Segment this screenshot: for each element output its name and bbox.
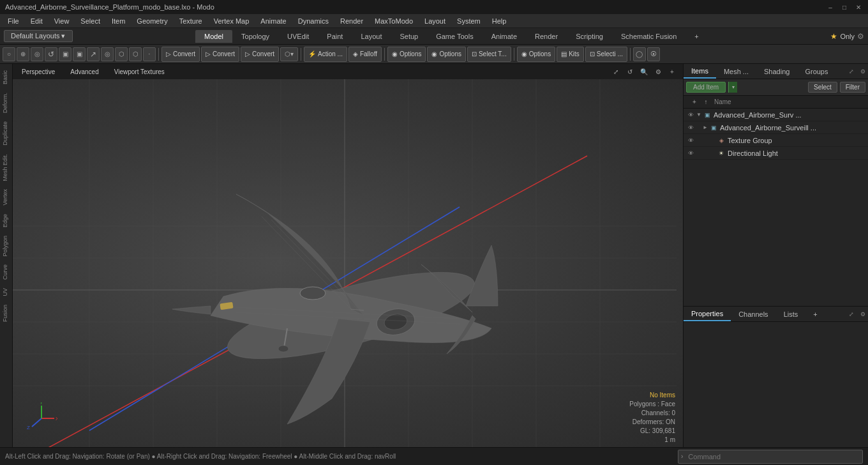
col-icon-plus[interactable]: + bbox=[689, 96, 700, 108]
prop-tab-lists[interactable]: Lists bbox=[776, 308, 806, 321]
sidebar-tab-fusion[interactable]: Fusion bbox=[1, 301, 12, 326]
items-list[interactable]: 👁 ▼ ▣ Advanced_Airborne_Surv ... 👁 ► ▣ A… bbox=[684, 109, 868, 306]
eye-icon-1[interactable]: 👁 bbox=[686, 123, 695, 132]
filter-button[interactable]: Filter bbox=[840, 82, 865, 93]
menu-render[interactable]: Render bbox=[335, 16, 368, 26]
item-row-1[interactable]: 👁 ► ▣ Advanced_Airborne_Surveill ... bbox=[684, 121, 868, 134]
tab-paint[interactable]: Paint bbox=[318, 30, 352, 43]
tab-mesh[interactable]: Mesh ... bbox=[716, 65, 756, 78]
vp-icon-plus[interactable]: + bbox=[666, 66, 678, 77]
tab-scripting[interactable]: Scripting bbox=[567, 30, 612, 43]
menu-system[interactable]: System bbox=[452, 16, 486, 26]
tab-topology[interactable]: Topology bbox=[232, 30, 278, 43]
action-btn[interactable]: ⚡ Action ... bbox=[304, 47, 347, 62]
prop-tab-properties[interactable]: Properties bbox=[684, 307, 731, 321]
tb-icon-hex1[interactable]: ⬡ bbox=[115, 47, 128, 61]
vp-icon-settings[interactable]: ⚙ bbox=[652, 66, 664, 77]
eye-icon-0[interactable]: 👁 bbox=[686, 111, 695, 119]
sidebar-tab-edge[interactable]: Edge bbox=[1, 210, 12, 231]
col-icon-arrow[interactable]: ↑ bbox=[700, 96, 712, 108]
tab-animate[interactable]: Animate bbox=[483, 30, 526, 43]
tb-icon-move[interactable]: ⬡▾ bbox=[280, 47, 298, 61]
settings-icon[interactable]: ⚙ bbox=[857, 32, 864, 41]
arrow-icon-1[interactable]: ► bbox=[703, 125, 709, 130]
command-input[interactable] bbox=[685, 453, 862, 461]
convert-btn-1[interactable]: ▷ Convert bbox=[161, 47, 200, 62]
falloff-btn[interactable]: ◈ Falloff bbox=[348, 47, 382, 62]
command-input-area[interactable]: › bbox=[678, 450, 863, 464]
menu-view[interactable]: View bbox=[49, 16, 75, 26]
tab-shading[interactable]: Shading bbox=[756, 65, 797, 78]
convert-btn-2[interactable]: ▷ Convert bbox=[201, 47, 239, 62]
tb-icon-hex2[interactable]: ⬡ bbox=[129, 47, 142, 61]
sidebar-tab-curve[interactable]: Curve bbox=[1, 261, 12, 284]
prop-icon-settings[interactable]: ⚙ bbox=[858, 309, 868, 319]
tb-icon-boxes1[interactable]: ▣ bbox=[59, 47, 71, 61]
eye-icon-2[interactable]: 👁 bbox=[686, 136, 695, 145]
menu-maxtomodo[interactable]: MaxToModo bbox=[370, 16, 418, 26]
vp-icon-refresh[interactable]: ↺ bbox=[624, 66, 636, 77]
options-btn-2[interactable]: ◉ Options bbox=[427, 47, 465, 62]
tab-game-tools[interactable]: Game Tools bbox=[427, 30, 483, 43]
menu-layout[interactable]: Layout bbox=[419, 16, 451, 26]
tab-render[interactable]: Render bbox=[526, 30, 567, 43]
menu-help[interactable]: Help bbox=[487, 16, 512, 26]
viewport-textures-btn[interactable]: Viewport Textures bbox=[110, 67, 168, 77]
prop-icon-expand[interactable]: ⤢ bbox=[846, 309, 857, 319]
panel-icon-settings[interactable]: ⚙ bbox=[858, 66, 868, 77]
advanced-btn[interactable]: Advanced bbox=[66, 67, 102, 77]
tb-icon-dot[interactable]: · bbox=[143, 47, 156, 61]
arrow-icon-0[interactable]: ▼ bbox=[696, 112, 703, 118]
tab-uvedit[interactable]: UVEdit bbox=[278, 30, 318, 43]
item-row-3[interactable]: 👁 ☀ Directional Light bbox=[684, 147, 868, 160]
item-row-0[interactable]: 👁 ▼ ▣ Advanced_Airborne_Surv ... bbox=[684, 109, 868, 121]
tb-icon-crosshair[interactable]: ⊕ bbox=[17, 47, 29, 61]
tab-setup[interactable]: Setup bbox=[391, 30, 427, 43]
prop-tab-add[interactable]: + bbox=[805, 308, 825, 321]
tab-schematic-fusion[interactable]: Schematic Fusion bbox=[612, 30, 685, 43]
tb-icon-circle4[interactable]: ⦿ bbox=[647, 47, 660, 61]
vp-icon-search[interactable]: 🔍 bbox=[638, 66, 650, 77]
sidebar-tab-vertex[interactable]: Vertex bbox=[1, 185, 12, 210]
only-label[interactable]: Only bbox=[840, 33, 855, 40]
select-t-btn[interactable]: ⊡ Select T... bbox=[467, 47, 511, 62]
layout-dropdown[interactable]: Default Layouts ▾ bbox=[4, 30, 73, 42]
close-button[interactable]: ✕ bbox=[854, 3, 863, 11]
selecti-btn[interactable]: ⊡ Selecti ... bbox=[585, 47, 627, 62]
menu-select[interactable]: Select bbox=[75, 16, 105, 26]
viewport-canvas[interactable]: X Y Z No Items Polygons : Face Channels:… bbox=[13, 79, 683, 447]
menu-geometry[interactable]: Geometry bbox=[131, 16, 172, 26]
sidebar-tab-uv[interactable]: UV bbox=[1, 284, 12, 300]
tab-layout[interactable]: Layout bbox=[352, 30, 391, 43]
convert-btn-3[interactable]: ▷ Convert bbox=[241, 47, 279, 62]
menu-file[interactable]: File bbox=[3, 16, 24, 26]
prop-tab-channels[interactable]: Channels bbox=[731, 308, 775, 321]
menu-animate[interactable]: Animate bbox=[255, 16, 291, 26]
tb-icon-circle[interactable]: ○ bbox=[3, 47, 15, 61]
menu-edit[interactable]: Edit bbox=[26, 16, 48, 26]
sidebar-tab-mesh-edit[interactable]: Mesh Edit. bbox=[1, 150, 12, 185]
tb-icon-circle3[interactable]: ◯ bbox=[633, 47, 646, 61]
vp-icon-expand[interactable]: ⤢ bbox=[610, 66, 622, 77]
tab-items[interactable]: Items bbox=[684, 65, 716, 79]
sidebar-tab-basic[interactable]: Basic bbox=[1, 66, 12, 88]
select-button[interactable]: Select bbox=[808, 82, 837, 93]
kits-btn[interactable]: ▤ Kits bbox=[557, 47, 584, 62]
options-btn-3[interactable]: ◉ Options bbox=[517, 47, 555, 62]
tb-icon-arrow[interactable]: ↗ bbox=[87, 47, 100, 61]
tb-icon-circle2[interactable]: ◎ bbox=[101, 47, 114, 61]
eye-icon-3[interactable]: 👁 bbox=[686, 149, 695, 158]
viewport[interactable]: Perspective Advanced Viewport Textures ⤢… bbox=[13, 64, 683, 447]
tab-model[interactable]: Model bbox=[195, 30, 232, 43]
add-item-button[interactable]: Add Item bbox=[686, 82, 726, 93]
sidebar-tab-polygon[interactable]: Polygon bbox=[1, 232, 12, 261]
menu-texture[interactable]: Texture bbox=[174, 16, 207, 26]
options-btn-1[interactable]: ◉ Options bbox=[387, 47, 426, 62]
panel-icon-expand[interactable]: ⤢ bbox=[846, 66, 857, 77]
menu-dynamics[interactable]: Dynamics bbox=[293, 16, 334, 26]
tb-icon-rotate[interactable]: ↺ bbox=[45, 47, 57, 61]
tab-add[interactable]: + bbox=[685, 30, 707, 43]
item-row-2[interactable]: 👁 ◈ Texture Group bbox=[684, 134, 868, 147]
sidebar-tab-deform[interactable]: Deform. bbox=[1, 89, 12, 117]
menu-vertex-map[interactable]: Vertex Map bbox=[209, 16, 255, 26]
